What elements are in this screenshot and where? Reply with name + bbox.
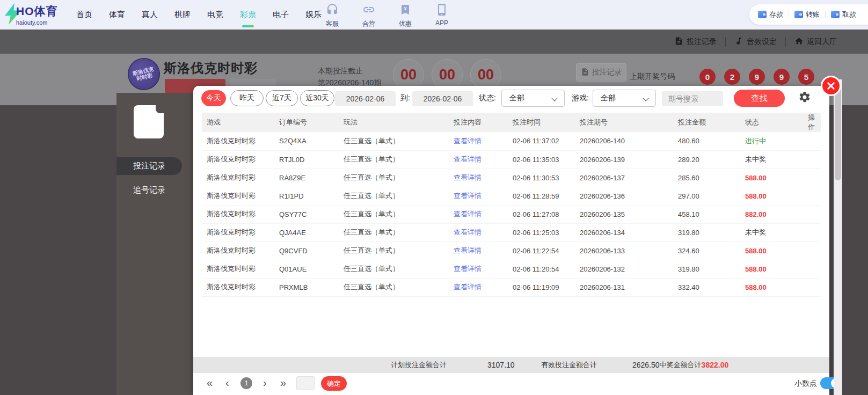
view-detail-link[interactable]: 查看详情 [454,173,482,181]
sound-settings-link[interactable]: 音效设定 [726,36,785,47]
svg-text:¥: ¥ [404,6,406,11]
quick-label: 优惠 [399,19,412,28]
view-detail-link[interactable]: 查看详情 [454,246,482,254]
status-text: 进行中 [745,137,766,145]
table-row: 斯洛伐克时时彩 RTJL0D 任三直选（单式） 查看详情 02-06 11:35… [202,150,821,169]
back-to-lobby-link[interactable]: 返回大厅 [786,36,845,47]
order-code-link[interactable]: S2Q4XA [274,132,339,150]
transfer-label: 转账 [806,10,820,19]
game-label: 游戏: [572,93,589,103]
game-select-value: 全部 [601,93,616,103]
nav-menu-item[interactable]: 电子 [272,1,290,29]
bet-record-link[interactable]: 投注记录 [666,36,725,47]
order-code-link[interactable]: R1I1PD [274,187,339,205]
cell-game: 斯洛伐克时时彩 [202,132,274,150]
order-code-link[interactable]: PRXMLB [274,278,339,296]
sidebar-item[interactable]: 投注记录 [116,157,182,175]
quick-date-pill[interactable]: 今天 [201,90,226,106]
sidebar-item[interactable]: 追号记录 [116,181,182,199]
nav-menu-item[interactable]: 彩票 [239,1,257,29]
cell-time: 02-06 11:35:03 [508,150,575,169]
order-code-link[interactable]: Q9CVFD [274,242,339,260]
cell-action [803,278,821,296]
partnership-button[interactable]: 合营 [356,3,381,28]
view-detail-link[interactable]: 查看详情 [454,210,482,218]
cell-amount: 480.60 [673,132,740,150]
close-modal-button[interactable] [821,76,841,96]
table-row: 斯洛伐克时时彩 Q01AUE 任三直选（单式） 查看详情 02-06 11:20… [202,260,821,278]
cell-play: 任三直选（单式） [339,187,449,205]
view-detail-link[interactable]: 查看详情 [454,137,482,145]
app-download-button[interactable]: APP [429,3,454,28]
order-code-link[interactable]: Q01AUE [274,260,339,278]
page-jump-input[interactable] [296,376,315,390]
bet-record-button[interactable]: 投注记录 [576,63,626,82]
nav-menu-item[interactable]: 电竞 [206,1,224,29]
cell-action [803,169,821,187]
order-code-link[interactable]: RTJL0D [274,150,339,169]
date-to-input[interactable] [412,91,473,106]
scrollbar-thumb[interactable] [835,84,841,180]
prev-page-button[interactable]: ‹ [225,377,229,389]
order-code-link[interactable]: QJA4AE [274,223,339,242]
page-confirm-button[interactable]: 确定 [321,376,347,391]
quick-date-pill[interactable]: 近7天 [266,90,298,106]
cell-period: 20260206-132 [575,260,673,278]
next-page-button[interactable]: › [263,377,267,389]
nav-menu-item[interactable]: 真人 [141,1,159,29]
customer-service-button[interactable]: 客服 [320,3,345,28]
order-code-link[interactable]: QSY77C [274,205,339,223]
game-select[interactable]: 全部 [593,90,656,107]
cell-action [803,132,821,150]
total-value: 3822.00 [702,361,729,369]
view-detail-link[interactable]: 查看详情 [454,283,482,291]
decimal-point-label: 小数点 [794,379,817,389]
divider [825,11,826,18]
document-icon [674,36,683,47]
total-label: 计划投注金额合计 [391,360,487,370]
current-page-badge[interactable]: 1 [240,377,252,389]
gear-icon[interactable] [798,91,811,106]
status-text: 未中奖 [745,228,766,236]
view-detail-link[interactable]: 查看详情 [454,192,482,200]
quick-date-pill[interactable]: 近30天 [300,90,334,106]
document-icon [581,68,589,78]
transfer-button[interactable]: 转账 [794,10,820,19]
search-button[interactable]: 查找 [734,90,785,107]
deposit-button[interactable]: 存款 [758,10,783,19]
cell-amount: 297.00 [673,187,740,205]
brand-logo[interactable]: HO体育 haiouty.com [16,4,58,26]
period-search-input[interactable] [662,91,723,106]
quick-date-pill[interactable]: 昨天 [230,90,264,106]
status-select-value: 全部 [509,93,524,103]
date-from-input[interactable] [335,91,396,106]
first-page-button[interactable]: « [207,377,213,389]
cell-action [803,187,821,205]
cell-time: 02-06 11:25:03 [508,223,575,242]
cell-play: 任三直选（单式） [339,150,449,169]
record-sidebar: 投注记录追号记录 [116,93,193,395]
table-header-row: 游戏订单编号玩法投注内容投注时间投注期号投注金额状态操作 [202,113,821,132]
order-code-link[interactable]: RA8Z9E [274,169,339,187]
status-text: 未中奖 [745,155,766,163]
cell-time: 02-06 11:22:54 [508,242,575,260]
nav-menu-item[interactable]: 首页 [75,1,93,29]
cell-period: 20260206-135 [575,205,673,223]
scrollbar-track[interactable] [834,79,842,395]
nav-menu-item[interactable]: 棋牌 [173,1,192,29]
column-header: 状态 [740,113,803,132]
nav-menu-item[interactable]: 体育 [108,1,126,29]
view-detail-link[interactable]: 查看详情 [454,265,482,273]
view-detail-link[interactable]: 查看详情 [454,155,482,163]
cell-period: 20260206-140 [575,132,673,150]
cell-play: 任三直选（单式） [339,260,449,278]
partner-link-icon [362,3,375,18]
view-detail-link[interactable]: 查看详情 [454,228,482,236]
column-header: 游戏 [202,113,274,132]
cell-period: 20260206-131 [575,278,673,296]
withdraw-button[interactable]: 取款 [831,10,856,19]
pagination-bar: « ‹ 1 › » 确定 小数点 [193,376,829,395]
last-page-button[interactable]: » [280,377,286,389]
promotions-button[interactable]: ¥ 优惠 [393,3,418,28]
status-select[interactable]: 全部 [501,90,565,107]
